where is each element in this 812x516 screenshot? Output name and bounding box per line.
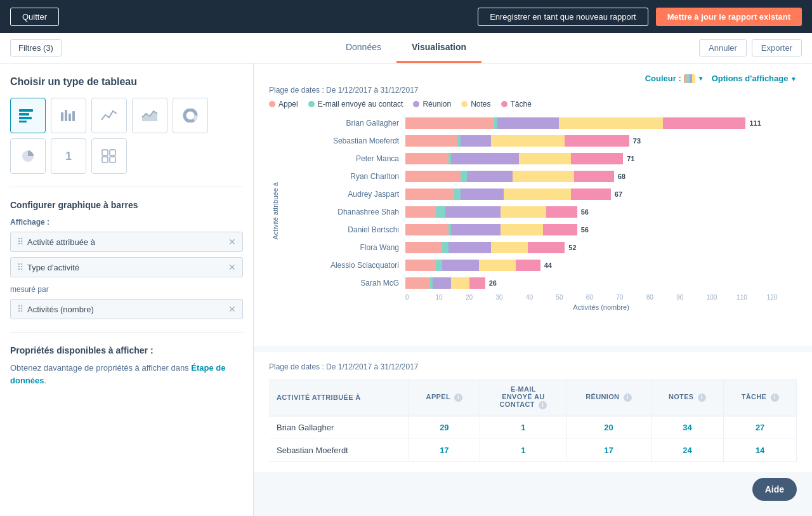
bar-row: Ryan Charlton68 bbox=[307, 169, 797, 183]
legend-item: Réunion bbox=[413, 100, 451, 109]
info-reunion[interactable]: i bbox=[624, 394, 632, 402]
bar-label: Brian Gallagher bbox=[307, 119, 405, 128]
x-tick: 30 bbox=[495, 294, 525, 301]
bar-row: Peter Manca71 bbox=[307, 152, 797, 166]
choose-type-title: Choisir un type de tableau bbox=[10, 76, 243, 88]
bar-segment bbox=[436, 260, 442, 271]
tag-type[interactable]: ⠿ Type d'activité ✕ bbox=[10, 257, 243, 277]
bar-segment bbox=[405, 224, 449, 235]
x-tick: 120 bbox=[767, 294, 797, 301]
options-affichage-button[interactable]: Options d'affichage ▼ bbox=[712, 74, 797, 83]
bar-segment bbox=[451, 224, 500, 235]
bar-stack bbox=[405, 117, 745, 129]
bar-segment bbox=[405, 189, 454, 200]
bar-label: Peter Manca bbox=[307, 154, 405, 163]
bar-segment bbox=[571, 189, 611, 200]
close-tag-1[interactable]: ✕ bbox=[228, 237, 236, 247]
left-panel: Choisir un type de tableau bbox=[0, 63, 254, 516]
table-section: Plage de dates : De 1/12/2017 à 31/12/20… bbox=[254, 352, 812, 472]
bar-row: Daniel Bertschi56 bbox=[307, 223, 797, 237]
svg-rect-14 bbox=[102, 157, 108, 162]
bar-track: 44 bbox=[405, 260, 797, 271]
svg-rect-13 bbox=[110, 150, 115, 155]
annuler-button[interactable]: Annuler bbox=[699, 39, 747, 56]
bar-segment bbox=[461, 189, 504, 200]
save-new-button[interactable]: Enregistrer en tant que nouveau rapport bbox=[478, 8, 648, 26]
bar-stack bbox=[405, 171, 614, 182]
color-swatch bbox=[684, 74, 695, 83]
bar-label: Sebastian Moeferdt bbox=[307, 136, 405, 145]
close-tag-2[interactable]: ✕ bbox=[228, 262, 236, 272]
info-tache[interactable]: i bbox=[771, 394, 779, 402]
chart-type-bar-horizontal[interactable] bbox=[10, 98, 46, 133]
chart-type-pie[interactable] bbox=[10, 138, 46, 174]
chevron-options-icon: ▼ bbox=[790, 76, 797, 83]
legend-dot bbox=[501, 101, 508, 107]
chart-type-line[interactable] bbox=[91, 98, 127, 133]
info-notes[interactable]: i bbox=[698, 394, 706, 402]
chart-type-bar-vertical[interactable] bbox=[51, 98, 86, 133]
td-name-2: Sebastian Moeferdt bbox=[269, 439, 409, 461]
bar-segment bbox=[405, 242, 442, 253]
bar-segment bbox=[405, 260, 436, 271]
td-appel-2: 17 bbox=[409, 439, 480, 461]
table-body: Brian Gallagher 29 1 20 34 27 Sebastian … bbox=[269, 416, 797, 461]
pie-chart-icon bbox=[19, 149, 37, 163]
bar-segment bbox=[559, 117, 663, 129]
info-email[interactable]: i bbox=[539, 401, 547, 409]
tab-donnees[interactable]: Données bbox=[331, 33, 396, 63]
bar-segment bbox=[405, 117, 494, 129]
bar-label: Audrey Jaspart bbox=[307, 190, 405, 199]
tag-activite-label: Activité attribuée à bbox=[27, 237, 95, 247]
tag-activites-nombre[interactable]: ⠿ Activités (nombre) ✕ bbox=[10, 299, 243, 319]
bar-segment bbox=[451, 153, 518, 164]
bar-row: Flora Wang52 bbox=[307, 241, 797, 255]
number-icon: 1 bbox=[65, 150, 72, 163]
bar-segment bbox=[469, 277, 485, 289]
bar-row: Alessio Sciacquatori44 bbox=[307, 258, 797, 272]
bar-segment bbox=[565, 135, 629, 147]
tag-activite[interactable]: ⠿ Activité attribuée à ✕ bbox=[10, 232, 243, 252]
bar-segment bbox=[451, 277, 469, 289]
bar-track: 111 bbox=[405, 117, 797, 129]
bar-horizontal-icon bbox=[19, 109, 37, 122]
x-tick: 70 bbox=[616, 294, 646, 301]
bar-segment bbox=[501, 224, 544, 235]
bar-track: 71 bbox=[405, 153, 797, 164]
x-tick: 100 bbox=[707, 294, 737, 301]
bar-segment bbox=[442, 260, 479, 271]
update-button[interactable]: Mettre à jour le rapport existant bbox=[656, 8, 802, 26]
bar-track: 26 bbox=[405, 277, 797, 289]
bar-stack bbox=[405, 206, 577, 218]
close-tag-3[interactable]: ✕ bbox=[228, 304, 236, 314]
td-notes-1: 34 bbox=[651, 416, 724, 439]
bar-stack bbox=[405, 189, 611, 200]
chart-type-donut[interactable] bbox=[173, 98, 208, 133]
legend-dot bbox=[413, 101, 419, 107]
chart-type-grid[interactable] bbox=[91, 138, 127, 174]
tab-visualisation[interactable]: Visualisation bbox=[396, 33, 481, 63]
bar-segment bbox=[663, 117, 746, 129]
chart-type-number[interactable]: 1 bbox=[51, 138, 86, 174]
chart-type-area[interactable] bbox=[132, 98, 167, 133]
donut-chart-icon bbox=[181, 109, 199, 122]
chevron-down-icon[interactable]: ▼ bbox=[698, 75, 704, 82]
legend-item: Appel bbox=[269, 100, 298, 109]
drag-icon-1: ⠿ bbox=[17, 237, 23, 247]
bar-segment bbox=[467, 171, 513, 182]
exporter-button[interactable]: Exporter bbox=[752, 39, 802, 56]
bar-track: 56 bbox=[405, 224, 797, 235]
aide-button[interactable]: Aide bbox=[752, 478, 797, 501]
bar-stack bbox=[405, 242, 565, 253]
bar-value-label: 73 bbox=[633, 137, 641, 145]
second-bar-actions: Annuler Exporter bbox=[699, 39, 802, 56]
bar-segment bbox=[543, 224, 577, 235]
quit-button[interactable]: Quitter bbox=[10, 8, 59, 26]
bar-value-label: 56 bbox=[581, 208, 589, 216]
chart-section: Couleur : ▼ Options d'affichage ▼ Plage … bbox=[254, 63, 812, 347]
svg-rect-6 bbox=[69, 114, 71, 121]
bar-stack bbox=[405, 135, 629, 147]
info-appel[interactable]: i bbox=[454, 394, 462, 402]
filters-button[interactable]: Filtres (3) bbox=[10, 39, 62, 56]
props-desc: Obtenez davantage de propriétés à affich… bbox=[10, 362, 243, 387]
